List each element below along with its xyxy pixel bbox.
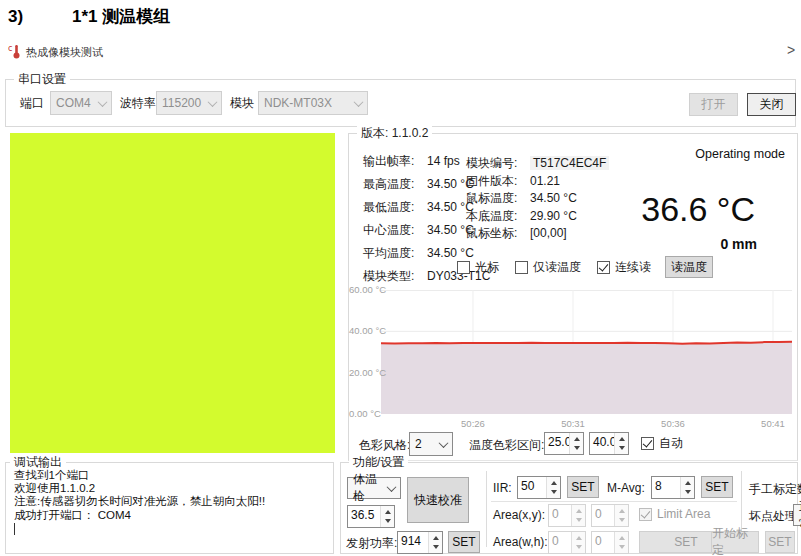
port-select[interactable]: COM4 (50, 91, 112, 115)
spinner-arrows[interactable] (614, 433, 628, 454)
bad-pixel-select[interactable]: 正常 (793, 504, 801, 526)
spinner-arrows[interactable] (546, 477, 560, 498)
limit-area-option: Limit Area (639, 507, 710, 521)
spinner-arrows[interactable] (569, 433, 583, 454)
reference-temp-spinner[interactable]: 36.5 (347, 505, 395, 528)
start-calibration-button[interactable]: 开始标定 (711, 531, 759, 553)
area-w-value: 0 (549, 532, 571, 553)
temp-range-label: 温度色彩区间: (469, 437, 544, 454)
read-temperature-button[interactable]: 读温度 (665, 256, 713, 278)
area-x-value: 0 (549, 505, 571, 526)
readout-label: 模块编号: (466, 155, 530, 172)
color-style-value: 2 (415, 437, 422, 451)
chevron-down-icon (439, 438, 449, 448)
area-h-spinner[interactable]: 0 (591, 531, 629, 554)
read-options-row: 光标 仅读温度 连续读 读温度 (457, 256, 713, 278)
spinner-arrows[interactable] (680, 477, 694, 498)
open-port-button[interactable]: 打开 (689, 93, 738, 116)
operating-mode-label: Operating mode (695, 147, 785, 161)
readout-label: 模块类型: (363, 268, 427, 285)
readout-row: 鼠标温度:34.50 °C (466, 190, 609, 208)
temp-range-max-value: 40.0 (590, 433, 614, 454)
readout-label: 固件版本: (466, 173, 530, 190)
spinner-arrows[interactable] (380, 506, 394, 527)
spinner-arrows[interactable] (614, 532, 628, 553)
spinner-arrows[interactable] (571, 505, 585, 526)
area-y-spinner[interactable]: 0 (591, 504, 629, 527)
baud-label: 波特率 (120, 95, 156, 112)
readout-right-column: 模块编号:T517C4EC4F固件版本:01.21鼠标温度:34.50 °C本底… (466, 155, 609, 243)
chart-y-tick: 40.00 °C (349, 325, 377, 336)
chart-series-line (381, 342, 792, 344)
auto-checkbox[interactable] (641, 437, 654, 450)
readout-row: 鼠标坐标:[00,00] (466, 225, 609, 243)
page-title: 3)1*1 测温模组 (8, 5, 170, 28)
readout-row: 固件版本:01.21 (466, 173, 609, 191)
readout-label: 最高温度: (363, 176, 427, 193)
window-title: 热成像模块测试 (26, 45, 103, 60)
cursor-checkbox[interactable] (457, 261, 470, 274)
spinner-arrows[interactable] (614, 505, 628, 526)
emit-power-spinner[interactable]: 914 (397, 531, 443, 554)
temp-range-min-spinner[interactable]: 25.0 (544, 432, 584, 455)
calibration-set-button[interactable]: SET (765, 531, 795, 553)
area-w-spinner[interactable]: 0 (548, 531, 586, 554)
color-style-label: 色彩风格: (359, 437, 410, 454)
chevron-down-icon (208, 97, 218, 107)
measure-mode-select[interactable]: 体温枪 (347, 477, 401, 499)
color-style-select[interactable]: 2 (409, 432, 453, 456)
port-value: COM4 (56, 96, 91, 110)
limit-area-checkbox[interactable] (639, 508, 652, 521)
measure-mode-value: 体温枪 (353, 471, 384, 505)
readout-row: 本底温度:29.90 °C (466, 208, 609, 226)
mavg-spinner[interactable]: 8 (651, 476, 695, 499)
spinner-arrows[interactable] (428, 532, 442, 553)
reference-temp-value: 36.5 (348, 506, 380, 527)
continuous-read-checkbox[interactable] (597, 261, 610, 274)
temperature-chart (381, 290, 792, 414)
app-window: 3)1*1 测温模组 c 热成像模块测试 > 串口设置 端口 COM4 波特率 … (0, 0, 801, 556)
debug-output-text[interactable]: 查找到1个端口欢迎使用1.1.0.2注意:传感器切勿长时间对准光源，禁止朝向太阳… (14, 469, 265, 535)
readout-value: 14 fps (427, 154, 460, 168)
readout-label: 平均温度: (363, 245, 427, 262)
thermal-image-view[interactable] (10, 133, 335, 453)
func-group-label: 功能/设置 (349, 455, 408, 470)
thermometer-icon: c (8, 44, 21, 61)
readout-label: 中心温度: (363, 222, 427, 239)
continuous-read-checkbox-label: 连续读 (615, 259, 651, 276)
module-select[interactable]: NDK-MT03X (258, 91, 368, 115)
window-titlebar: c 热成像模块测试 (8, 44, 103, 61)
area-y-value: 0 (592, 505, 614, 526)
manual-calibration-count: 手工标定数量: 0 | 0 (749, 481, 801, 498)
debug-output-group: 调试输出 查找到1个端口欢迎使用1.1.0.2注意:传感器切勿长时间对准光源，禁… (5, 462, 334, 554)
chevron-down-icon (387, 482, 397, 492)
area-wh-label: Area(w,h): (493, 535, 548, 549)
readout-label: 最低温度: (363, 199, 427, 216)
emit-power-set-button[interactable]: SET (448, 531, 480, 553)
read-temp-only-checkbox[interactable] (515, 261, 528, 274)
iir-spinner[interactable]: 50 (517, 476, 561, 499)
debug-line: 注意:传感器切勿长时间对准光源，禁止朝向太阳!! (14, 495, 265, 508)
readout-label: 鼠标温度: (466, 190, 530, 207)
text-cursor (14, 523, 15, 535)
auto-checkbox-label: 自动 (659, 435, 683, 452)
emit-power-label: 发射功率: (346, 535, 397, 552)
read-temp-only-option: 仅读温度 (515, 259, 581, 276)
section-divider (486, 471, 487, 547)
module-label: 模块 (230, 95, 254, 112)
area-x-spinner[interactable]: 0 (548, 504, 586, 527)
chevron-right-icon[interactable]: > (787, 42, 795, 58)
mavg-set-button[interactable]: SET (701, 476, 733, 498)
temp-range-max-spinner[interactable]: 40.0 (589, 432, 629, 455)
iir-set-button[interactable]: SET (567, 476, 599, 498)
read-temp-only-checkbox-label: 仅读温度 (533, 259, 581, 276)
iir-label: IIR: (493, 481, 512, 495)
quick-calibration-button[interactable]: 快速校准 (407, 477, 469, 523)
limit-area-checkbox-label: Limit Area (657, 507, 710, 521)
spinner-arrows[interactable] (571, 532, 585, 553)
module-value: NDK-MT03X (264, 96, 332, 110)
debug-line: 欢迎使用1.1.0.2 (14, 482, 265, 495)
baud-select[interactable]: 115200 (156, 91, 222, 115)
chart-y-tick: 60.00 °C (349, 284, 377, 295)
close-port-button[interactable]: 关闭 (747, 93, 796, 116)
